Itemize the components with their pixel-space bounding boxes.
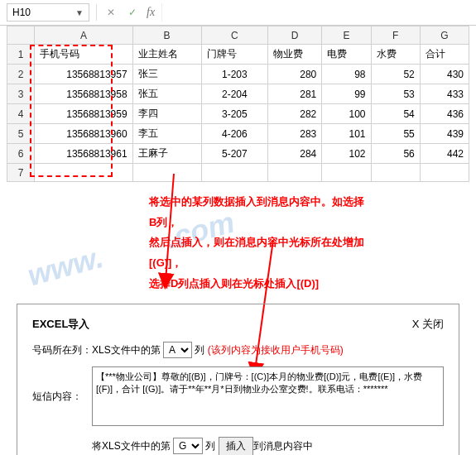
table-row: 7 — [7, 164, 469, 182]
cell[interactable]: 436 — [420, 104, 469, 124]
name-box[interactable]: H10 ▼ — [7, 3, 89, 22]
cell[interactable]: 13568813961 — [35, 144, 132, 164]
cell[interactable]: 4-206 — [201, 124, 268, 144]
table-row: 1 手机号码 业主姓名 门牌号 物业费 电费 水费 合计 — [7, 45, 469, 65]
close-button[interactable]: X 关闭 — [412, 317, 444, 332]
cell[interactable]: 53 — [371, 84, 420, 104]
cell[interactable]: 98 — [322, 65, 371, 84]
cell[interactable]: 13568813958 — [35, 84, 132, 104]
cell[interactable]: 52 — [371, 65, 420, 84]
cell[interactable]: 1-203 — [201, 65, 268, 84]
col-header[interactable]: C — [201, 26, 268, 45]
phone-col-label: 号码所在列： — [32, 342, 92, 357]
cell[interactable]: 442 — [420, 144, 469, 164]
cell[interactable]: 280 — [268, 65, 322, 84]
cell[interactable] — [420, 164, 469, 182]
cell[interactable]: 水费 — [371, 45, 420, 65]
cell[interactable] — [35, 164, 132, 182]
cell[interactable]: 282 — [268, 104, 322, 124]
cell[interactable]: 电费 — [322, 45, 371, 65]
row-header[interactable]: 3 — [7, 84, 35, 104]
cell[interactable]: 张五 — [132, 84, 201, 104]
cell[interactable]: 439 — [420, 124, 469, 144]
row-header[interactable]: 7 — [7, 164, 35, 182]
cell[interactable]: 101 — [322, 124, 371, 144]
sms-content-textarea[interactable] — [92, 366, 444, 426]
phone-col-note: (该列内容为接收用户手机号码) — [208, 344, 344, 356]
cell[interactable]: 李四 — [132, 104, 201, 124]
instruction-text: 将选中的某列数据插入到消息内容中。如选择B列， 然后点插入，则在消息内容中光标所… — [0, 182, 476, 304]
cell[interactable]: 3-205 — [201, 104, 268, 124]
corner-cell[interactable] — [7, 26, 35, 45]
cancel-icon[interactable]: ✕ — [103, 7, 118, 18]
insert-column-select[interactable]: G — [173, 438, 203, 454]
spreadsheet-area: A B C D E F G 1 手机号码 业主姓名 门牌号 物业费 电费 水费 … — [0, 26, 476, 182]
cell[interactable] — [322, 164, 371, 182]
row-header[interactable]: 5 — [7, 124, 35, 144]
column-header-row: A B C D E F G — [7, 26, 469, 45]
cell[interactable]: 284 — [268, 144, 322, 164]
row-header[interactable]: 2 — [7, 65, 35, 84]
excel-import-dialog: EXCEL导入 X 关闭 号码所在列： XLS文件中的第 A 列 (该列内容为接… — [17, 304, 459, 455]
cell[interactable] — [371, 164, 420, 182]
table-row: 313568813958张五2-2042819953433 — [7, 84, 469, 104]
row-header[interactable]: 4 — [7, 104, 35, 124]
cell[interactable]: 李五 — [132, 124, 201, 144]
insert-button[interactable]: 插入 — [219, 437, 253, 455]
cell[interactable]: 430 — [420, 65, 469, 84]
fx-icon[interactable]: fx — [147, 6, 155, 19]
formula-toolbar: H10 ▼ ✕ ✓ fx — [0, 0, 476, 26]
table-row: 213568813957张三1-2032809852430 — [7, 65, 469, 84]
cell[interactable]: 2-204 — [201, 84, 268, 104]
sms-label: 短信内容： — [32, 366, 92, 404]
cell[interactable]: 281 — [268, 84, 322, 104]
cell[interactable]: 门牌号 — [201, 45, 268, 65]
grid[interactable]: A B C D E F G 1 手机号码 业主姓名 门牌号 物业费 电费 水费 … — [7, 26, 469, 182]
table-row: 413568813959李四3-20528210054436 — [7, 104, 469, 124]
cell[interactable]: 13568813957 — [35, 65, 132, 84]
cell[interactable]: 手机号码 — [35, 45, 132, 65]
table-row: 613568813961王麻子5-20728410256442 — [7, 144, 469, 164]
col-header[interactable]: G — [420, 26, 469, 45]
col-header[interactable]: F — [371, 26, 420, 45]
dialog-title: EXCEL导入 — [32, 317, 89, 332]
cell[interactable]: 13568813960 — [35, 124, 132, 144]
row-header[interactable]: 1 — [7, 45, 35, 65]
cell[interactable]: 99 — [322, 84, 371, 104]
cell[interactable]: 56 — [371, 144, 420, 164]
cell[interactable] — [268, 164, 322, 182]
cell[interactable]: 283 — [268, 124, 322, 144]
cell[interactable]: 13568813959 — [35, 104, 132, 124]
phone-column-select[interactable]: A — [163, 342, 192, 358]
cell[interactable]: 张三 — [132, 65, 201, 84]
formula-bar[interactable] — [161, 3, 469, 22]
col-header[interactable]: B — [132, 26, 201, 45]
cell[interactable]: 55 — [371, 124, 420, 144]
cell[interactable]: 合计 — [420, 45, 469, 65]
cell[interactable]: 102 — [322, 144, 371, 164]
cell[interactable]: 物业费 — [268, 45, 322, 65]
col-header[interactable]: E — [322, 26, 371, 45]
cell-reference: H10 — [12, 7, 31, 18]
separator — [96, 4, 97, 21]
table-row: 513568813960李五4-20628310155439 — [7, 124, 469, 144]
cell[interactable]: 业主姓名 — [132, 45, 201, 65]
cell[interactable]: 433 — [420, 84, 469, 104]
cell[interactable] — [201, 164, 268, 182]
cell[interactable]: 100 — [322, 104, 371, 124]
cell[interactable] — [132, 164, 201, 182]
cell[interactable]: 5-207 — [201, 144, 268, 164]
cell[interactable]: 54 — [371, 104, 420, 124]
cell[interactable]: 王麻子 — [132, 144, 201, 164]
accept-icon[interactable]: ✓ — [125, 7, 140, 18]
dropdown-icon[interactable]: ▼ — [75, 8, 84, 17]
col-header[interactable]: D — [268, 26, 322, 45]
col-header[interactable]: A — [35, 26, 132, 45]
row-header[interactable]: 6 — [7, 144, 35, 164]
